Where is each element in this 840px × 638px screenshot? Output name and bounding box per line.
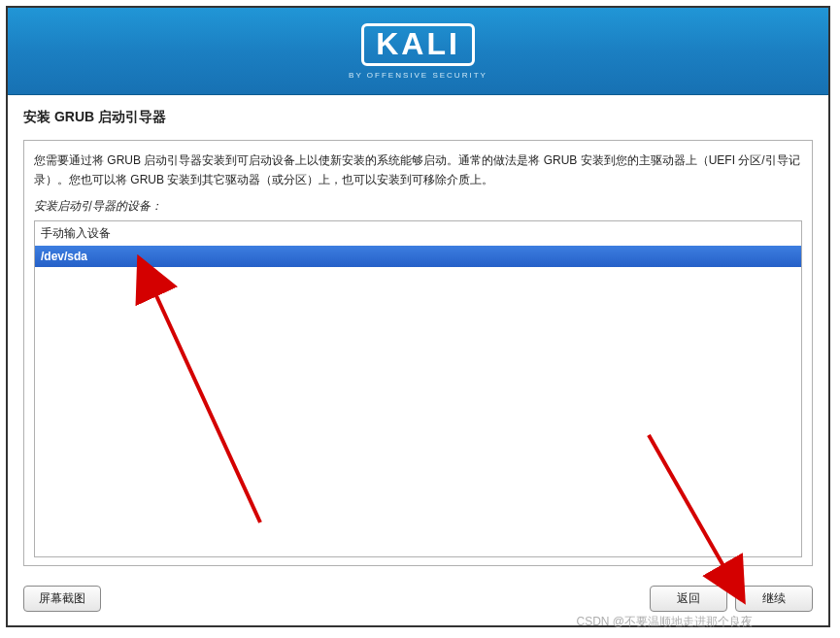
continue-button[interactable]: 继续	[735, 586, 813, 612]
kali-logo: KALI BY OFFENSIVE SECURITY	[349, 23, 487, 80]
back-button[interactable]: 返回	[650, 586, 727, 612]
spacer	[109, 586, 642, 612]
content-area: 安装 GRUB 启动引导器 您需要通过将 GRUB 启动引导器安装到可启动设备上…	[8, 95, 828, 576]
device-list[interactable]: 手动输入设备 /dev/sda	[34, 220, 802, 557]
kali-logo-text: KALI	[376, 26, 460, 61]
button-bar: 屏幕截图 返回 继续	[8, 576, 828, 625]
header-banner: KALI BY OFFENSIVE SECURITY	[8, 8, 828, 95]
description-box: 您需要通过将 GRUB 启动引导器安装到可启动设备上以使新安装的系统能够启动。通…	[23, 140, 813, 566]
kali-logo-subtitle: BY OFFENSIVE SECURITY	[349, 71, 487, 80]
screenshot-button[interactable]: 屏幕截图	[23, 586, 101, 612]
device-label: 安装启动引导器的设备：	[34, 198, 802, 215]
device-option-sda[interactable]: /dev/sda	[35, 246, 801, 267]
page-title: 安装 GRUB 启动引导器	[23, 109, 813, 126]
kali-logo-box: KALI	[361, 23, 475, 66]
description-text: 您需要通过将 GRUB 启动引导器安装到可启动设备上以使新安装的系统能够启动。通…	[34, 151, 802, 190]
device-option-manual[interactable]: 手动输入设备	[35, 221, 801, 246]
installer-window: KALI BY OFFENSIVE SECURITY 安装 GRUB 启动引导器…	[6, 6, 830, 627]
